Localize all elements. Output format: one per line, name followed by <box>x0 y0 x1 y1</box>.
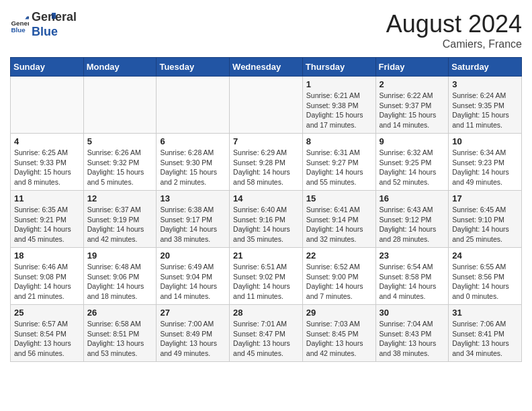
logo-icon: General Blue <box>10 15 29 34</box>
day-of-week-header: Wednesday <box>230 58 303 77</box>
day-info: Sunrise: 6:24 AM Sunset: 9:35 PM Dayligh… <box>452 91 518 130</box>
day-info: Sunrise: 6:25 AM Sunset: 9:33 PM Dayligh… <box>14 148 80 187</box>
calendar-cell: 31Sunrise: 7:06 AM Sunset: 8:41 PM Dayli… <box>449 305 522 362</box>
calendar-cell: 12Sunrise: 6:37 AM Sunset: 9:19 PM Dayli… <box>83 191 157 248</box>
day-number: 17 <box>452 193 518 203</box>
day-number: 6 <box>160 136 226 146</box>
calendar-week-row: 4Sunrise: 6:25 AM Sunset: 9:33 PM Daylig… <box>11 134 522 191</box>
day-info: Sunrise: 6:34 AM Sunset: 9:23 PM Dayligh… <box>452 148 518 187</box>
day-info: Sunrise: 6:35 AM Sunset: 9:21 PM Dayligh… <box>14 205 80 244</box>
day-number: 9 <box>380 136 445 146</box>
day-info: Sunrise: 7:03 AM Sunset: 8:45 PM Dayligh… <box>306 319 372 359</box>
calendar-cell: 3Sunrise: 6:24 AM Sunset: 9:35 PM Daylig… <box>449 77 522 134</box>
day-info: Sunrise: 6:57 AM Sunset: 8:54 PM Dayligh… <box>14 319 80 359</box>
svg-text:Blue: Blue <box>11 26 26 34</box>
calendar-cell: 9Sunrise: 6:32 AM Sunset: 9:25 PM Daylig… <box>375 134 449 191</box>
calendar-week-row: 18Sunrise: 6:46 AM Sunset: 9:08 PM Dayli… <box>11 248 522 305</box>
calendar-week-row: 1Sunrise: 6:21 AM Sunset: 9:38 PM Daylig… <box>11 77 522 134</box>
day-number: 1 <box>306 79 372 89</box>
day-number: 23 <box>380 250 445 261</box>
day-info: Sunrise: 7:06 AM Sunset: 8:41 PM Dayligh… <box>452 319 518 359</box>
day-number: 10 <box>452 136 518 146</box>
calendar-cell <box>230 77 303 134</box>
day-info: Sunrise: 6:49 AM Sunset: 9:04 PM Dayligh… <box>160 262 226 302</box>
day-number: 15 <box>306 193 372 203</box>
day-info: Sunrise: 6:41 AM Sunset: 9:14 PM Dayligh… <box>306 205 372 244</box>
calendar-cell: 5Sunrise: 6:26 AM Sunset: 9:32 PM Daylig… <box>83 134 157 191</box>
calendar-cell <box>83 77 157 134</box>
calendar-week-row: 25Sunrise: 6:57 AM Sunset: 8:54 PM Dayli… <box>11 305 522 362</box>
day-number: 27 <box>160 308 226 318</box>
day-info: Sunrise: 6:32 AM Sunset: 9:25 PM Dayligh… <box>380 148 445 187</box>
day-number: 21 <box>233 250 299 261</box>
day-of-week-header: Friday <box>375 58 449 77</box>
day-number: 8 <box>306 136 372 146</box>
calendar-cell: 17Sunrise: 6:45 AM Sunset: 9:10 PM Dayli… <box>449 191 522 248</box>
calendar-cell: 25Sunrise: 6:57 AM Sunset: 8:54 PM Dayli… <box>11 305 84 362</box>
day-info: Sunrise: 6:48 AM Sunset: 9:06 PM Dayligh… <box>87 262 153 302</box>
calendar-cell: 15Sunrise: 6:41 AM Sunset: 9:14 PM Dayli… <box>302 191 375 248</box>
calendar-cell: 6Sunrise: 6:28 AM Sunset: 9:30 PM Daylig… <box>157 134 230 191</box>
day-number: 4 <box>14 136 80 146</box>
day-info: Sunrise: 7:00 AM Sunset: 8:49 PM Dayligh… <box>160 319 226 359</box>
calendar-cell: 22Sunrise: 6:52 AM Sunset: 9:00 PM Dayli… <box>302 248 375 305</box>
day-info: Sunrise: 7:04 AM Sunset: 8:43 PM Dayligh… <box>380 319 445 359</box>
calendar-cell: 10Sunrise: 6:34 AM Sunset: 9:23 PM Dayli… <box>449 134 522 191</box>
calendar-cell <box>157 77 230 134</box>
day-info: Sunrise: 6:29 AM Sunset: 9:28 PM Dayligh… <box>233 148 299 187</box>
day-info: Sunrise: 6:43 AM Sunset: 9:12 PM Dayligh… <box>380 205 445 244</box>
calendar-cell: 8Sunrise: 6:31 AM Sunset: 9:27 PM Daylig… <box>302 134 375 191</box>
calendar-cell: 18Sunrise: 6:46 AM Sunset: 9:08 PM Dayli… <box>11 248 84 305</box>
day-number: 18 <box>14 250 80 261</box>
calendar-cell: 21Sunrise: 6:51 AM Sunset: 9:02 PM Dayli… <box>230 248 303 305</box>
day-number: 14 <box>233 193 299 203</box>
day-info: Sunrise: 6:51 AM Sunset: 9:02 PM Dayligh… <box>233 262 299 302</box>
day-info: Sunrise: 6:45 AM Sunset: 9:10 PM Dayligh… <box>452 205 518 244</box>
calendar-cell: 16Sunrise: 6:43 AM Sunset: 9:12 PM Dayli… <box>375 191 449 248</box>
calendar-table: SundayMondayTuesdayWednesdayThursdayFrid… <box>10 57 522 362</box>
day-info: Sunrise: 6:38 AM Sunset: 9:17 PM Dayligh… <box>160 205 226 244</box>
day-number: 12 <box>87 193 153 203</box>
day-info: Sunrise: 6:37 AM Sunset: 9:19 PM Dayligh… <box>87 205 153 244</box>
calendar-cell <box>11 77 84 134</box>
day-number: 24 <box>452 250 518 261</box>
day-info: Sunrise: 7:01 AM Sunset: 8:47 PM Dayligh… <box>233 319 299 359</box>
day-number: 2 <box>380 79 445 89</box>
calendar-header-row: SundayMondayTuesdayWednesdayThursdayFrid… <box>11 58 522 77</box>
day-info: Sunrise: 6:46 AM Sunset: 9:08 PM Dayligh… <box>14 262 80 302</box>
day-number: 3 <box>452 79 518 89</box>
day-number: 13 <box>160 193 226 203</box>
calendar-cell: 28Sunrise: 7:01 AM Sunset: 8:47 PM Dayli… <box>230 305 303 362</box>
day-info: Sunrise: 6:58 AM Sunset: 8:51 PM Dayligh… <box>87 319 153 359</box>
calendar-cell: 19Sunrise: 6:48 AM Sunset: 9:06 PM Dayli… <box>83 248 157 305</box>
month-year-title: August 2024 <box>386 10 522 38</box>
calendar-cell: 11Sunrise: 6:35 AM Sunset: 9:21 PM Dayli… <box>11 191 84 248</box>
day-number: 30 <box>380 308 445 318</box>
calendar-cell: 27Sunrise: 7:00 AM Sunset: 8:49 PM Dayli… <box>157 305 230 362</box>
day-number: 28 <box>233 308 299 318</box>
day-number: 7 <box>233 136 299 146</box>
day-number: 16 <box>380 193 445 203</box>
calendar-cell: 13Sunrise: 6:38 AM Sunset: 9:17 PM Dayli… <box>157 191 230 248</box>
day-info: Sunrise: 6:55 AM Sunset: 8:56 PM Dayligh… <box>452 262 518 302</box>
day-number: 25 <box>14 308 80 318</box>
day-of-week-header: Monday <box>83 58 157 77</box>
logo: General Blue General Blue <box>10 10 56 39</box>
day-info: Sunrise: 6:31 AM Sunset: 9:27 PM Dayligh… <box>306 148 372 187</box>
title-block: August 2024 Camiers, France <box>386 10 522 50</box>
calendar-cell: 23Sunrise: 6:54 AM Sunset: 8:58 PM Dayli… <box>375 248 449 305</box>
day-number: 19 <box>87 250 153 261</box>
day-number: 5 <box>87 136 153 146</box>
location-subtitle: Camiers, France <box>386 38 522 50</box>
calendar-cell: 2Sunrise: 6:22 AM Sunset: 9:37 PM Daylig… <box>375 77 449 134</box>
day-of-week-header: Sunday <box>11 58 84 77</box>
day-info: Sunrise: 6:54 AM Sunset: 8:58 PM Dayligh… <box>380 262 445 302</box>
day-info: Sunrise: 6:21 AM Sunset: 9:38 PM Dayligh… <box>306 91 372 130</box>
day-info: Sunrise: 6:22 AM Sunset: 9:37 PM Dayligh… <box>380 91 445 130</box>
day-of-week-header: Tuesday <box>157 58 230 77</box>
calendar-cell: 29Sunrise: 7:03 AM Sunset: 8:45 PM Dayli… <box>302 305 375 362</box>
calendar-cell: 30Sunrise: 7:04 AM Sunset: 8:43 PM Dayli… <box>375 305 449 362</box>
day-number: 26 <box>87 308 153 318</box>
day-of-week-header: Saturday <box>449 58 522 77</box>
calendar-cell: 24Sunrise: 6:55 AM Sunset: 8:56 PM Dayli… <box>449 248 522 305</box>
